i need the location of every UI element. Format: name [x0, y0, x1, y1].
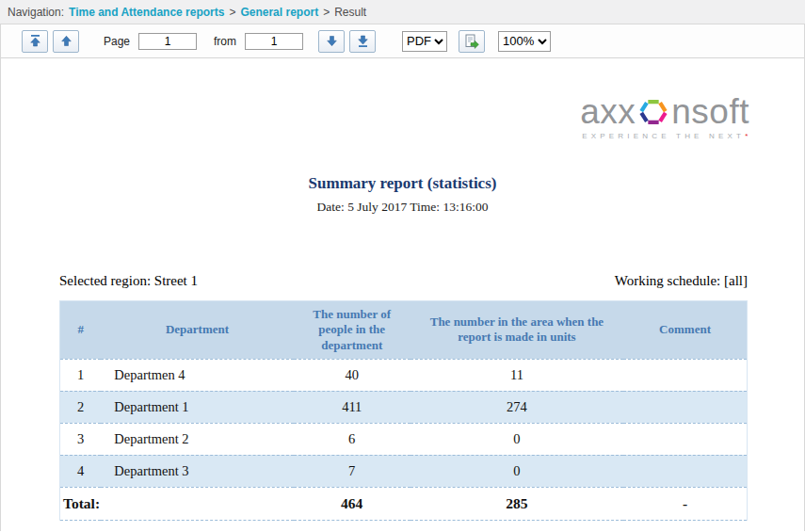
total-pages-input[interactable] — [245, 33, 303, 50]
next-page-button[interactable] — [318, 30, 345, 53]
header-comment: Comment — [623, 301, 747, 360]
total-people: 464 — [294, 487, 411, 520]
cell-number: 2 — [60, 391, 102, 423]
selected-region-label: Selected region: Street 1 — [59, 273, 198, 289]
cell-comment — [623, 455, 747, 487]
working-schedule-label: Working schedule: [all] — [615, 273, 748, 289]
logo-text-left: axx — [580, 94, 636, 129]
page-number-input[interactable] — [138, 33, 197, 50]
last-page-icon — [357, 35, 369, 47]
export-button[interactable] — [459, 30, 485, 53]
cell-people: 411 — [294, 391, 411, 423]
table-row: 2 Department 1 411 274 — [60, 391, 748, 423]
report-meta-row: Selected region: Street 1 Working schedu… — [59, 273, 748, 289]
table-row: 3 Department 2 6 0 — [60, 423, 748, 455]
breadcrumb-separator: > — [323, 6, 330, 19]
cell-department: Department 2 — [101, 423, 293, 455]
from-label: from — [214, 35, 236, 48]
header-people-count: The number of people in the department — [294, 301, 411, 360]
total-comment: - — [623, 487, 747, 520]
logo-tagline-mark: * — [745, 132, 748, 140]
first-page-icon — [29, 35, 41, 47]
cell-area: 0 — [411, 423, 623, 455]
cell-area: 11 — [411, 359, 623, 391]
prev-page-icon — [60, 35, 72, 47]
cell-comment — [623, 391, 747, 423]
total-label: Total: — [60, 487, 294, 520]
cell-department: Department 3 — [101, 455, 293, 487]
logo-tagline: EXPERIENCE THE NEXT* — [580, 132, 749, 140]
breadcrumb-current-result: Result — [334, 6, 366, 19]
last-page-button[interactable] — [349, 30, 376, 53]
report-table-container: # Department The number of people in the… — [59, 300, 748, 521]
export-format-select[interactable]: PDF — [402, 31, 447, 52]
cell-comment — [623, 423, 747, 455]
logo-text-right: nsoft — [671, 94, 749, 129]
report-date-line: Date: 5 July 2017 Time: 13:16:00 — [1, 200, 804, 215]
axxonsoft-logo: axx nsoft EXPERIENCE THE NEXT* — [580, 94, 749, 140]
cell-number: 4 — [60, 455, 102, 487]
cell-people: 6 — [294, 423, 411, 455]
table-total-row: Total: 464 285 - — [60, 487, 748, 520]
breadcrumb-link-time-attendance-reports[interactable]: Time and Attendance reports — [69, 6, 224, 19]
cell-department: Department 1 — [101, 391, 293, 423]
cell-people: 40 — [294, 359, 411, 391]
total-area: 285 — [411, 487, 623, 520]
logo-wordmark: axx nsoft — [580, 94, 749, 129]
zoom-select[interactable]: 100% — [498, 31, 551, 52]
cell-department: Departmen 4 — [101, 359, 293, 391]
export-icon — [464, 34, 479, 49]
table-row: 1 Departmen 4 40 11 — [60, 359, 748, 391]
breadcrumb: Navigation: Time and Attendance reports … — [0, 0, 805, 24]
report-viewer-frame: Page from PDF — [0, 24, 805, 531]
cell-people: 7 — [294, 455, 411, 487]
header-department: Department — [101, 301, 293, 360]
breadcrumb-link-general-report[interactable]: General report — [240, 6, 318, 19]
first-page-button[interactable] — [22, 30, 48, 53]
report-table: # Department The number of people in the… — [59, 300, 748, 521]
logo-tagline-text: EXPERIENCE THE NEXT — [582, 132, 745, 140]
header-number: # — [60, 301, 102, 360]
page-label: Page — [104, 35, 130, 48]
next-page-icon — [326, 35, 338, 47]
header-area-count: The number in the area when the report i… — [411, 301, 623, 360]
cell-number: 3 — [60, 423, 102, 455]
cell-area: 274 — [411, 391, 623, 423]
cell-area: 0 — [411, 455, 623, 487]
cell-number: 1 — [60, 359, 102, 391]
prev-page-button[interactable] — [53, 30, 79, 53]
table-header-row: # Department The number of people in the… — [60, 301, 748, 360]
report-toolbar: Page from PDF — [1, 24, 804, 58]
report-page: axx nsoft EXPERIENCE THE NEXT* Summary r… — [1, 94, 804, 532]
table-row: 4 Department 3 7 0 — [60, 455, 748, 487]
breadcrumb-separator: > — [229, 6, 235, 19]
cell-comment — [623, 359, 747, 391]
breadcrumb-label: Navigation: — [8, 6, 64, 19]
logo-hexagon-icon — [637, 96, 669, 128]
report-title: Summary report (statistics) — [1, 174, 804, 193]
